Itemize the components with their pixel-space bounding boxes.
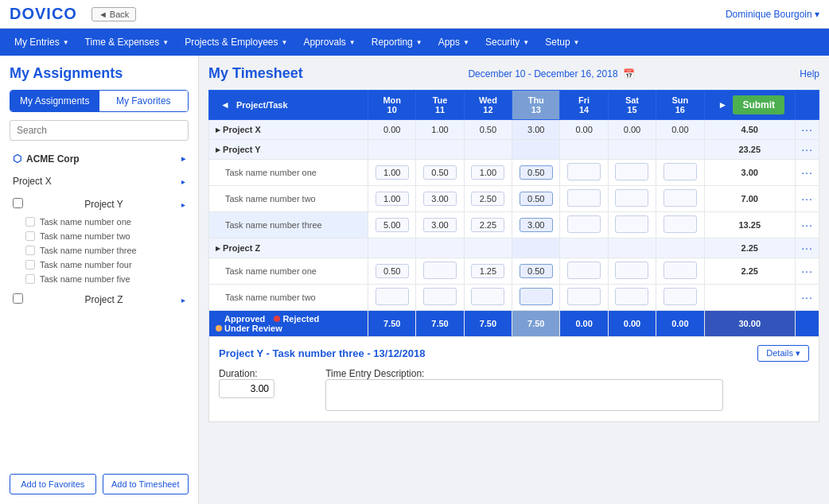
- nav-projects-employees[interactable]: Projects & Employees ▼: [177, 29, 295, 56]
- cell-mon: [368, 285, 416, 311]
- project-z-section: Project Z ▸: [10, 289, 189, 310]
- description-textarea[interactable]: [325, 379, 723, 411]
- prev-week-button[interactable]: ◄: [217, 98, 233, 112]
- time-input-wed[interactable]: [471, 264, 504, 278]
- time-input-fri[interactable]: [567, 288, 601, 305]
- task-item[interactable]: Task name number two: [10, 229, 189, 243]
- nav-my-entries[interactable]: My Entries ▼: [6, 29, 77, 56]
- nav-approvals[interactable]: Approvals ▼: [295, 29, 363, 56]
- time-input-thu[interactable]: [520, 192, 553, 206]
- nav-security[interactable]: Security ▼: [477, 29, 537, 56]
- assignments-tab[interactable]: My Assignments: [10, 91, 99, 111]
- task-checkbox[interactable]: [25, 217, 35, 227]
- duration-input[interactable]: [219, 379, 274, 398]
- time-input-mon[interactable]: [376, 218, 409, 232]
- top-bar-left: DOVICO ◄ Back: [10, 5, 136, 23]
- time-input-fri[interactable]: [567, 189, 601, 207]
- project-y-checkbox[interactable]: [13, 198, 23, 208]
- time-input-tue[interactable]: [423, 218, 457, 232]
- row-menu-button[interactable]: ···: [801, 123, 813, 136]
- time-input-fri[interactable]: [567, 262, 601, 279]
- task-checkbox[interactable]: [25, 231, 35, 241]
- time-input-sat[interactable]: [615, 189, 648, 207]
- next-week-button[interactable]: ►: [714, 98, 730, 112]
- nav-reporting[interactable]: Reporting ▼: [364, 29, 430, 56]
- cell-thu: [512, 238, 560, 258]
- help-link[interactable]: Help: [800, 68, 819, 79]
- nav-time-expenses[interactable]: Time & Expenses ▼: [77, 29, 177, 56]
- time-input-tue[interactable]: [423, 262, 457, 279]
- project-z-item[interactable]: Project Z ▸: [10, 289, 189, 310]
- col-wed: Wed 12: [464, 91, 512, 120]
- cell-sun: [656, 140, 704, 160]
- review-dot: [216, 325, 222, 331]
- time-input-fri[interactable]: [567, 215, 601, 233]
- table-row: Task name number two ···: [209, 285, 819, 311]
- time-input-wed[interactable]: [471, 218, 504, 232]
- time-input-wed[interactable]: [471, 165, 504, 180]
- cell-total: 13.25: [704, 212, 795, 238]
- favorites-tab[interactable]: My Favorites: [99, 91, 189, 111]
- row-menu-button[interactable]: ···: [801, 192, 813, 205]
- time-input-sun[interactable]: [664, 262, 697, 279]
- time-input-tue[interactable]: [423, 165, 457, 180]
- row-menu-button[interactable]: ···: [801, 265, 813, 277]
- time-input-sat[interactable]: [615, 288, 648, 305]
- row-menu-button[interactable]: ···: [801, 166, 813, 179]
- task-checkbox[interactable]: [25, 260, 35, 269]
- row-menu-button[interactable]: ···: [801, 143, 813, 156]
- task-checkbox[interactable]: [25, 274, 35, 284]
- col-mon: Mon 10: [368, 91, 416, 120]
- calendar-icon[interactable]: 📅: [623, 68, 635, 79]
- time-input-thu[interactable]: [520, 218, 553, 232]
- row-menu-button[interactable]: ···: [801, 291, 813, 304]
- time-input-mon[interactable]: [376, 192, 409, 206]
- project-x-item[interactable]: Project X ▸: [10, 172, 189, 191]
- user-menu[interactable]: Dominique Bourgoin ▾: [726, 9, 819, 20]
- time-input-thu[interactable]: [520, 264, 553, 278]
- task-item[interactable]: Task name number one: [10, 215, 189, 229]
- time-input-sun[interactable]: [664, 215, 697, 233]
- task-item[interactable]: Task name number three: [10, 243, 189, 258]
- nav-setup[interactable]: Setup ▼: [537, 29, 587, 56]
- cell-sun: [656, 238, 704, 258]
- time-input-thu[interactable]: [520, 165, 553, 180]
- row-menu-button[interactable]: ···: [801, 242, 813, 254]
- submit-button[interactable]: Submit: [733, 95, 784, 114]
- time-input-fri[interactable]: [567, 163, 601, 180]
- details-button[interactable]: Details ▾: [757, 345, 809, 362]
- time-input-sat[interactable]: [615, 215, 648, 233]
- back-button[interactable]: ◄ Back: [91, 7, 136, 21]
- time-input-sun[interactable]: [664, 163, 697, 180]
- time-input-wed[interactable]: [471, 288, 504, 305]
- task-item[interactable]: Task name number five: [10, 272, 189, 286]
- cell-thu: [512, 285, 560, 311]
- time-input-tue[interactable]: [423, 192, 457, 206]
- add-to-timesheet-button[interactable]: Add to Timesheet: [103, 474, 189, 494]
- time-input-sat[interactable]: [615, 262, 648, 279]
- cell-wed: [464, 160, 512, 186]
- search-input[interactable]: [10, 120, 189, 141]
- cell-sat: [608, 258, 656, 285]
- company-item[interactable]: ⬡ ACME Corp ▸: [10, 149, 189, 169]
- time-input-mon[interactable]: [376, 165, 409, 180]
- nav-apps[interactable]: Apps ▼: [430, 29, 477, 56]
- project-y-item[interactable]: Project Y ▸: [10, 194, 189, 215]
- task-checkbox[interactable]: [25, 246, 35, 255]
- time-input-tue[interactable]: [423, 288, 457, 305]
- cell-wed: [464, 212, 512, 238]
- time-input-mon[interactable]: [376, 288, 409, 305]
- nav-arrow-icon: ▼: [416, 39, 422, 46]
- add-to-favorites-button[interactable]: Add to Favorites: [10, 474, 96, 494]
- time-input-mon[interactable]: [376, 264, 409, 278]
- time-input-sat[interactable]: [615, 163, 648, 180]
- time-input-sun[interactable]: [664, 288, 697, 305]
- time-input-wed[interactable]: [471, 192, 504, 206]
- cell-sat: 0.00: [608, 120, 656, 140]
- cell-sat: [608, 186, 656, 212]
- project-z-checkbox[interactable]: [13, 293, 23, 304]
- time-input-thu[interactable]: [520, 288, 553, 305]
- row-menu-button[interactable]: ···: [801, 219, 813, 231]
- task-item[interactable]: Task name number four: [10, 258, 189, 272]
- time-input-sun[interactable]: [664, 189, 697, 207]
